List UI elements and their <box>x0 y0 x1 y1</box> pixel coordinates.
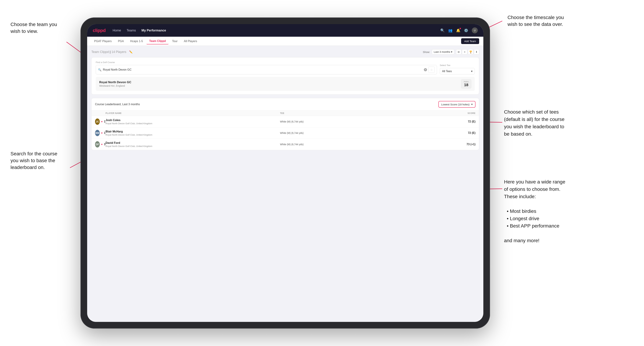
view-icons-group: ⊞ ≡ 🏆 ⬇ <box>456 49 479 54</box>
trophy-view-button[interactable]: 🏆 <box>468 49 473 54</box>
holes-label: Holes <box>464 81 469 83</box>
annotation-bottom-right: Here you have a wide range of options to… <box>504 178 565 244</box>
chevron-down-icon: ▾ <box>451 50 452 53</box>
tab-all-players[interactable]: All Players <box>181 38 200 44</box>
player-row: BM ♥ 1 Blair McHarg Royal North Devon Go… <box>92 127 479 139</box>
tab-hcaps[interactable]: Hcaps 1-5 <box>128 38 146 44</box>
user-avatar[interactable]: U <box>472 27 478 33</box>
bell-nav-icon[interactable]: 🔔 <box>456 28 460 32</box>
show-section: Show: Last 3 months ▾ ⊞ ≡ 🏆 ⬇ <box>423 49 479 54</box>
tab-pga[interactable]: PGA <box>115 38 127 44</box>
player-name-cell-1: Josh Coles Royal North Devon Golf Club, … <box>106 119 280 125</box>
heart-icon-2[interactable]: ♥ <box>101 132 102 134</box>
player-avatar-2: BM <box>95 130 100 136</box>
course-search-input[interactable] <box>103 68 422 71</box>
nav-logo: clippd <box>93 28 106 33</box>
course-result: Royal North Devon GC Westward Ho!, Engla… <box>96 77 475 91</box>
tee-info-1: White (M) (6,744 yds) <box>280 120 454 123</box>
rank-number-2: 1 <box>104 131 106 135</box>
nav-link-teams[interactable]: Teams <box>127 29 136 32</box>
heart-icon-3[interactable]: ♥ <box>101 143 102 146</box>
add-team-button[interactable]: Add Team <box>461 38 479 44</box>
grid-view-button[interactable]: ⊞ <box>456 49 461 54</box>
course-search-input-wrap[interactable]: 🔍 ✕ ☆ <box>96 65 437 74</box>
search-icon: 🔍 <box>98 68 102 71</box>
show-period-dropdown[interactable]: Last 3 months ▾ <box>432 49 454 54</box>
people-nav-icon[interactable]: 👥 <box>448 28 452 32</box>
annotation-bottom-left: Search for the course you wish to base t… <box>10 150 58 171</box>
nav-link-home[interactable]: Home <box>113 29 121 32</box>
annotation-middle-right: Choose which set of tees (default is all… <box>504 108 564 138</box>
tee-select-dropdown[interactable]: All Tees ▾ <box>440 68 475 74</box>
col-player-name: PLAYER NAME <box>106 112 280 114</box>
rank-number-3: 3 <box>104 143 106 146</box>
course-result-info: Royal North Devon GC Westward Ho!, Engla… <box>99 81 131 87</box>
player-avatar-1: JC <box>95 119 100 125</box>
edit-team-icon[interactable]: ✏️ <box>129 50 133 54</box>
player-name-1: Josh Coles <box>106 119 280 122</box>
holes-badge: Holes 18 <box>461 79 471 88</box>
leaderboard-header: Course Leaderboard, Last 3 months Lowest… <box>92 98 479 111</box>
nav-links: Home Teams My Performance <box>113 29 166 32</box>
score-type-dropdown[interactable]: Lowest Score (18 holes) ▾ <box>438 101 476 108</box>
player-club-2: Royal North Devon Golf Club, United King… <box>106 134 280 136</box>
ipad-device: clippd Home Teams My Performance 🔍 👥 🔔 ⚙… <box>80 17 490 329</box>
leaderboard-section: Course Leaderboard, Last 3 months Lowest… <box>91 98 479 150</box>
tee-chevron-icon: ▾ <box>471 70 472 73</box>
leaderboard-title: Course Leaderboard, Last 3 months <box>95 103 140 106</box>
tee-info-2: White (M) (6,744 yds) <box>280 132 454 134</box>
rank-cell-3: DF ♥ 3 <box>95 141 106 148</box>
find-course-label: Find a Golf Course <box>96 61 437 64</box>
search-nav-icon[interactable]: 🔍 <box>440 28 445 32</box>
score-cell-1: 72 (E) <box>454 120 476 123</box>
player-row: DF ♥ 3 David Ford Royal North Devon Golf… <box>92 139 479 150</box>
col-tee: TEE <box>280 112 454 114</box>
player-name-cell-3: David Ford Royal North Devon Golf Club, … <box>106 141 280 148</box>
ipad-screen: clippd Home Teams My Performance 🔍 👥 🔔 ⚙… <box>87 24 483 322</box>
tab-pgat-players[interactable]: PGAT Players <box>91 38 114 44</box>
nav-icons: 🔍 👥 🔔 ⚙️ U <box>440 27 478 33</box>
player-club-1: Royal North Devon Golf Club, United King… <box>106 122 280 125</box>
player-row: JC ♥ 1 Josh Coles Royal North Devon Golf… <box>92 116 479 127</box>
player-name-cell-2: Blair McHarg Royal North Devon Golf Club… <box>106 130 280 136</box>
annotation-top-left: Choose the team you wish to view. <box>10 21 57 35</box>
score-type-chevron-icon: ▾ <box>471 103 473 106</box>
main-content: Team Clippd | 14 Players ✏️ Show: Last 3… <box>87 46 483 154</box>
score-cell-3: 73 (+1) <box>454 143 476 146</box>
tee-info-3: White (M) (6,744 yds) <box>280 143 454 146</box>
player-name-2: Blair McHarg <box>106 130 280 133</box>
player-club-3: Royal North Devon Golf Club, United King… <box>106 145 280 148</box>
player-avatar-3: DF <box>95 141 100 148</box>
player-name-3: David Ford <box>106 141 280 145</box>
course-result-name: Royal North Devon GC <box>99 81 131 84</box>
rank-cell-1: JC ♥ 1 <box>95 119 106 125</box>
team-title: Team Clippd | 14 Players <box>91 50 126 54</box>
navbar: clippd Home Teams My Performance 🔍 👥 🔔 ⚙… <box>87 24 483 37</box>
download-view-button[interactable]: ⬇ <box>474 49 479 54</box>
tee-label: Select Tee <box>440 64 475 67</box>
star-button[interactable]: ☆ <box>428 67 435 73</box>
course-result-location: Westward Ho!, England <box>99 84 131 87</box>
heart-icon-1[interactable]: ♥ <box>101 120 102 123</box>
tab-tour[interactable]: Tour <box>169 38 180 44</box>
tab-bar: PGAT Players PGA Hcaps 1-5 Team Clippd T… <box>87 37 483 46</box>
rank-number-1: 1 <box>104 120 106 123</box>
clear-search-button[interactable]: ✕ <box>424 68 427 71</box>
course-search-section: Find a Golf Course 🔍 ✕ ☆ Select Tee All … <box>91 57 479 95</box>
annotation-top-right: Choose the timescale you wish to see the… <box>508 14 634 28</box>
tee-section: Select Tee All Tees ▾ <box>440 64 475 74</box>
list-view-button[interactable]: ≡ <box>462 49 467 54</box>
nav-link-myperformance[interactable]: My Performance <box>142 29 166 32</box>
rank-cell-2: BM ♥ 1 <box>95 130 106 136</box>
tab-team-clippd[interactable]: Team Clippd <box>146 38 169 44</box>
col-score: SCORE <box>454 112 476 114</box>
team-header: Team Clippd | 14 Players ✏️ Show: Last 3… <box>91 49 479 54</box>
settings-nav-icon[interactable]: ⚙️ <box>464 28 468 32</box>
leaderboard-columns: PLAYER NAME TEE SCORE <box>92 111 479 116</box>
holes-number: 18 <box>464 83 468 87</box>
score-cell-2: 72 (E) <box>454 131 476 135</box>
